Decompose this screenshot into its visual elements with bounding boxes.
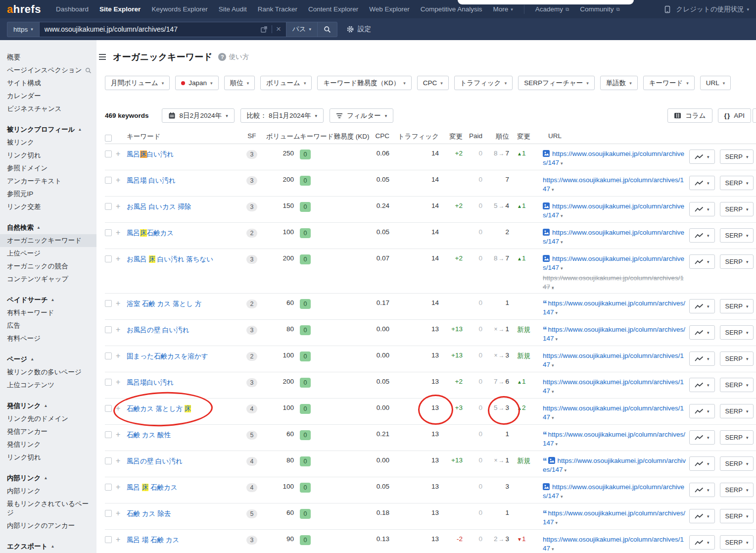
add-keyword-icon[interactable]: + (116, 254, 120, 263)
sidebar-item[interactable]: ビジネスチャンス (0, 102, 96, 115)
add-keyword-icon[interactable]: + (116, 202, 120, 210)
col-volume[interactable]: ボリューム (266, 130, 294, 141)
sidebar-item[interactable]: 被リンク数の多いページ (0, 366, 96, 379)
row-checkbox[interactable] (105, 431, 112, 438)
keyword-link[interactable]: お風呂 床 白い汚れ 落ちない (127, 255, 213, 263)
chart-button[interactable]: ▾ (689, 299, 715, 313)
chart-button[interactable]: ▾ (689, 404, 715, 418)
url-link[interactable]: https://www.osoujikakumei.jp/column/arch… (543, 229, 684, 245)
nav-item-rank-tracker[interactable]: Rank Tracker (258, 5, 297, 13)
serp-button[interactable]: SERP▾ (720, 202, 754, 216)
search-button[interactable] (318, 22, 337, 37)
sidebar-item[interactable]: リンク切れ (0, 451, 96, 464)
ahrefs-logo[interactable]: ahrefs (7, 3, 41, 16)
settings-button[interactable]: 設定 (346, 25, 371, 34)
chart-button[interactable]: ▾ (689, 352, 715, 366)
add-keyword-icon[interactable]: + (116, 404, 120, 412)
sidebar-item[interactable]: オーガニックの競合 (0, 260, 96, 273)
sidebar-item[interactable]: 有料ページ (0, 332, 96, 345)
url-link[interactable]: https://www.osoujikakumei.jp/column/arch… (543, 352, 684, 368)
url-link[interactable]: https://www.osoujikakumei.jp/column/arch… (543, 176, 684, 193)
chart-button[interactable]: ▾ (689, 176, 715, 190)
row-checkbox[interactable] (105, 177, 112, 184)
chart-button[interactable]: ▾ (689, 456, 715, 471)
nav-item-competitive-analysis[interactable]: Competitive Analysis (421, 5, 482, 13)
chart-button[interactable]: ▾ (689, 202, 715, 216)
sidebar-section-header[interactable]: ページ▲ (0, 353, 96, 366)
url-link[interactable]: https://www.osoujikakumei.jp/column/arch… (543, 255, 684, 271)
col-sf[interactable]: SF (240, 130, 263, 140)
protocol-select[interactable]: https▾ (7, 22, 39, 37)
col-pos-change[interactable]: 変更 (512, 130, 537, 141)
keyword-link[interactable]: 固まった石鹸カスを溶かす (127, 352, 208, 360)
col-position[interactable]: 順位 (485, 130, 509, 141)
keyword-link[interactable]: お風呂 白いカス 掃除 (127, 203, 191, 210)
sidebar-item[interactable]: アンカーテキスト (0, 175, 96, 188)
serp-button[interactable]: SERP▾ (720, 352, 754, 366)
keyword-link[interactable]: 風呂 場 石鹸 カス (127, 536, 179, 544)
compare-date-picker[interactable]: 比較： 8日1月2024年▾ (240, 108, 324, 123)
col-keyword[interactable]: キーワード (127, 130, 237, 141)
nav-item-content-explorer[interactable]: Content Explorer (308, 5, 358, 13)
col-traffic[interactable]: トラフィック (392, 130, 439, 141)
url-link[interactable]: https://www.osoujikakumei.jp/column/arch… (543, 300, 685, 316)
row-checkbox[interactable] (105, 203, 112, 210)
add-keyword-icon[interactable]: + (116, 228, 120, 237)
filter-[interactable]: 単語数▾ (600, 76, 638, 90)
serp-button[interactable]: SERP▾ (720, 325, 754, 340)
serp-button[interactable]: SERP▾ (720, 509, 754, 523)
credits-menu[interactable]: クレジットの使用状況▾ (676, 5, 749, 14)
serp-button[interactable]: SERP▾ (720, 483, 754, 497)
sidebar-section-header[interactable]: 発信リンク▲ (0, 400, 96, 412)
serp-button[interactable]: SERP▾ (720, 228, 754, 243)
filter-[interactable]: トラフィック▾ (454, 76, 513, 90)
sidebar-item[interactable]: 内部リンク (0, 485, 96, 498)
add-keyword-icon[interactable]: + (116, 378, 120, 386)
keyword-link[interactable]: 浴室 石鹸 カス 落とし 方 (127, 300, 201, 307)
sidebar-item[interactable]: リンク交差 (0, 201, 96, 213)
sidebar-item[interactable]: 参照ドメイン (0, 162, 96, 175)
row-checkbox[interactable] (105, 229, 112, 236)
add-keyword-icon[interactable]: + (116, 299, 120, 307)
url-link[interactable]: https://www.osoujikakumei.jp/column/arch… (543, 150, 684, 166)
nav-item-site-audit[interactable]: Site Audit (219, 5, 247, 13)
row-checkbox[interactable] (105, 326, 112, 333)
row-checkbox[interactable] (105, 151, 112, 157)
columns-button[interactable]: コラム (667, 108, 712, 123)
add-keyword-icon[interactable]: + (116, 150, 120, 158)
nav-item-keywords-explorer[interactable]: Keywords Explorer (151, 5, 207, 13)
serp-button[interactable]: SERP▾ (720, 456, 754, 471)
add-keyword-icon[interactable]: + (116, 483, 120, 491)
serp-button[interactable]: SERP▾ (720, 535, 754, 550)
col-cpc[interactable]: CPC (328, 130, 389, 140)
chart-button[interactable]: ▾ (689, 325, 715, 340)
url-link[interactable]: https://www.osoujikakumei.jp/column/arch… (543, 202, 684, 219)
report-menu-icon[interactable] (98, 53, 107, 61)
sidebar-item[interactable]: リンク切れ (0, 149, 96, 162)
url-input[interactable]: www.osoujikakumei.jp/column/archives/147… (39, 22, 286, 37)
row-checkbox[interactable] (105, 484, 112, 491)
serp-button[interactable]: SERP▾ (720, 176, 754, 190)
add-keyword-icon[interactable]: + (116, 535, 120, 544)
serp-button[interactable]: SERP▾ (720, 404, 754, 418)
row-checkbox[interactable] (105, 255, 112, 262)
row-checkbox[interactable] (105, 536, 112, 543)
filter-menu[interactable]: フィルター▾ (330, 108, 393, 123)
nav-link-community[interactable]: Community⧉ (580, 5, 619, 13)
filter-url[interactable]: URL▾ (700, 76, 731, 90)
keyword-link[interactable]: 風呂場 白い汚れ (127, 177, 176, 184)
sidebar-section-header[interactable]: 被リンクプロフィール▲ (0, 123, 96, 136)
chart-button[interactable]: ▾ (689, 430, 715, 445)
select-all-checkbox[interactable] (105, 135, 112, 142)
keyword-link[interactable]: お風呂の壁 白い汚れ (127, 326, 189, 334)
sidebar-item[interactable]: オーガニックキーワード (0, 234, 96, 247)
chart-button[interactable]: ▾ (689, 228, 715, 243)
url-link[interactable]: https://www.osoujikakumei.jp/column/arch… (543, 431, 685, 447)
sidebar-item[interactable]: 概要 (0, 51, 96, 64)
sidebar-item[interactable]: ページインスペクション (0, 64, 96, 77)
row-checkbox[interactable] (105, 510, 112, 517)
keyword-link[interactable]: 石鹸カス 落とし方 床 (127, 405, 191, 412)
filter-cpc[interactable]: CPC▾ (417, 76, 449, 90)
sidebar-section-header[interactable]: ペイドサーチ▲ (0, 294, 96, 306)
url-link[interactable]: https://www.osoujikakumei.jp/column/arch… (543, 378, 684, 395)
